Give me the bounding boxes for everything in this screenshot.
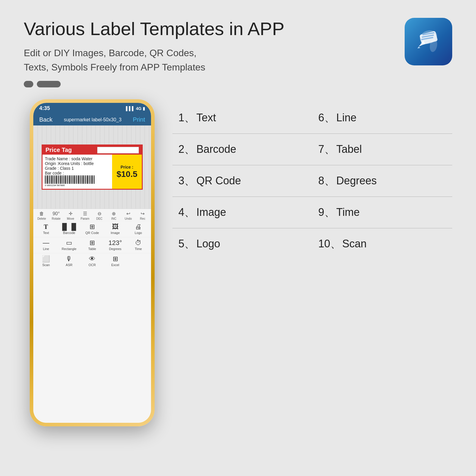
rectangle-tool-icon: ▭: [66, 240, 72, 246]
toolbar-rotate[interactable]: 90° Rotate: [50, 211, 63, 220]
feature-number-10: 10、: [318, 238, 341, 250]
svg-rect-38: [78, 175, 79, 184]
trade-name: Trade Name : soda Water: [45, 156, 110, 161]
toolbar-param[interactable]: ☰ Param: [78, 211, 92, 220]
barcode-tool-label: Barcode: [63, 231, 75, 235]
inc-label: INC: [111, 217, 116, 220]
toolbar-inc[interactable]: ⊕ INC: [107, 211, 120, 220]
tool-time[interactable]: ⏱ Time: [128, 240, 149, 251]
rec-label: Rec: [140, 217, 145, 220]
svg-marker-6: [417, 47, 420, 48]
subtitle-line1: Edit or DIY Images, Barcode, QR Codes,: [24, 48, 197, 58]
nav-back-button[interactable]: Back: [39, 116, 52, 123]
text-tool-label: Text: [43, 231, 49, 235]
svg-rect-27: [66, 175, 67, 184]
grade: Grade : Class 1: [45, 166, 110, 171]
svg-text:0   0001234  567895: 0 0001234 567895: [45, 184, 65, 186]
origin: Origin :Korea Units : bottle: [45, 161, 110, 166]
feature-number-1: 1、: [178, 111, 195, 124]
feature-number-4: 4、: [178, 206, 195, 218]
tool-logo[interactable]: 🖨 Logo: [128, 224, 149, 235]
nav-print-button[interactable]: Print: [133, 116, 145, 123]
svg-rect-33: [73, 175, 73, 184]
tool-image[interactable]: 🖼 Image: [105, 224, 126, 235]
tool-qrcode[interactable]: ⊞ QR Code: [82, 224, 103, 235]
tool-ocr[interactable]: 👁 OCR: [82, 256, 103, 267]
svg-rect-31: [71, 175, 71, 184]
toolbar-move[interactable]: ✛ Move: [64, 211, 77, 220]
excel-tool-icon: ⊞: [113, 256, 118, 262]
svg-rect-48: [89, 175, 90, 184]
svg-rect-47: [89, 175, 89, 184]
toolbar-row-3: ⬜ Scan 🎙 ASR 👁 OCR ⊞ E: [33, 253, 151, 269]
line-tool-icon: —: [43, 240, 49, 246]
tool-table[interactable]: ⊞ Table: [82, 240, 103, 251]
feature-name-4: Image: [196, 206, 226, 218]
image-tool-label: Image: [111, 231, 120, 235]
price-tag-title: Price Tag: [45, 147, 72, 153]
svg-rect-43: [84, 175, 84, 184]
features-grid: 1、 Text 6、 Line 2、 Barcode 7、 Tabel: [172, 102, 452, 260]
barcode-label: Bar code :: [45, 171, 110, 175]
app-icon: [405, 18, 452, 65]
feature-number-6: 6、: [318, 111, 335, 124]
excel-tool-label: Excel: [111, 263, 119, 267]
price-value: $10.5: [117, 169, 137, 179]
svg-rect-16: [54, 175, 54, 184]
dec-label: DEC: [96, 217, 103, 220]
price-tag-header: Price Tag: [43, 145, 142, 155]
status-time: 4:35: [39, 105, 50, 111]
svg-rect-25: [64, 175, 64, 184]
toolbar-dec[interactable]: ⊖ DEC: [93, 211, 106, 220]
qrcode-tool-icon: ⊞: [89, 224, 95, 230]
feature-item-8: 8、 Degrees: [312, 165, 453, 197]
toolbar-rec[interactable]: ↪ Rec: [136, 211, 149, 220]
ocr-tool-icon: 👁: [89, 256, 95, 262]
tool-line[interactable]: — Line: [36, 240, 56, 251]
feature-name-3: QR Code: [196, 175, 241, 187]
svg-rect-13: [51, 175, 51, 184]
feature-number-7: 7、: [318, 143, 335, 155]
time-tool-label: Time: [135, 247, 142, 251]
feature-item-10: 10、 Scan: [312, 228, 453, 260]
tool-barcode[interactable]: ▐▌▐▌ Barcode: [59, 224, 79, 235]
phone-section: 4:35 ▌▌▌ 4G ▮ Back supermarket label-50x…: [24, 93, 161, 458]
tool-asr[interactable]: 🎙 ASR: [59, 256, 79, 267]
status-bar: 4:35 ▌▌▌ 4G ▮: [33, 103, 151, 114]
undo-icon: ↩: [126, 211, 130, 216]
svg-rect-50: [92, 175, 92, 184]
toolbar-delete[interactable]: 🗑 Delete: [35, 211, 48, 220]
feature-name-9: Time: [336, 206, 360, 218]
feature-item-7: 7、 Tabel: [312, 134, 453, 165]
undo-label: Undo: [125, 217, 132, 220]
tool-rectangle[interactable]: ▭ Rectangle: [59, 240, 79, 251]
feature-item-3: 3、 QR Code: [172, 165, 312, 197]
svg-rect-46: [87, 175, 88, 184]
toolbar-undo[interactable]: ↩ Undo: [122, 211, 135, 220]
text-tool-icon: 𝐓: [44, 224, 48, 230]
phone-inner: 4:35 ▌▌▌ 4G ▮ Back supermarket label-50x…: [33, 103, 151, 423]
price-tag-input: [97, 147, 139, 153]
feature-name-2: Barcode: [196, 143, 236, 155]
feature-number-8: 8、: [318, 175, 335, 187]
feature-number-3: 3、: [178, 175, 195, 187]
tool-degrees[interactable]: 123° Degrees: [105, 240, 126, 251]
asr-tool-icon: 🎙: [66, 256, 72, 262]
svg-rect-12: [49, 175, 50, 184]
tool-scan[interactable]: ⬜ Scan: [36, 256, 56, 267]
tool-excel[interactable]: ⊞ Excel: [105, 256, 126, 267]
svg-rect-19: [57, 175, 58, 184]
qrcode-tool-label: QR Code: [85, 231, 99, 235]
asr-tool-label: ASR: [66, 263, 73, 267]
feature-name-5: Logo: [196, 238, 220, 250]
feature-name-10: Scan: [342, 238, 367, 250]
ocr-tool-label: OCR: [89, 263, 96, 267]
tool-text[interactable]: 𝐓 Text: [36, 224, 56, 235]
svg-rect-23: [62, 175, 62, 184]
price-tag-info: Trade Name : soda Water Origin :Korea Un…: [43, 155, 112, 189]
feature-name-8: Degrees: [336, 175, 377, 187]
svg-rect-29: [68, 175, 69, 184]
svg-rect-28: [67, 175, 68, 184]
header-section: Various Label Templates in APP Edit or D…: [24, 18, 452, 87]
toolbar-row-2: — Line ▭ Rectangle ⊞ Table 123°: [33, 237, 151, 253]
